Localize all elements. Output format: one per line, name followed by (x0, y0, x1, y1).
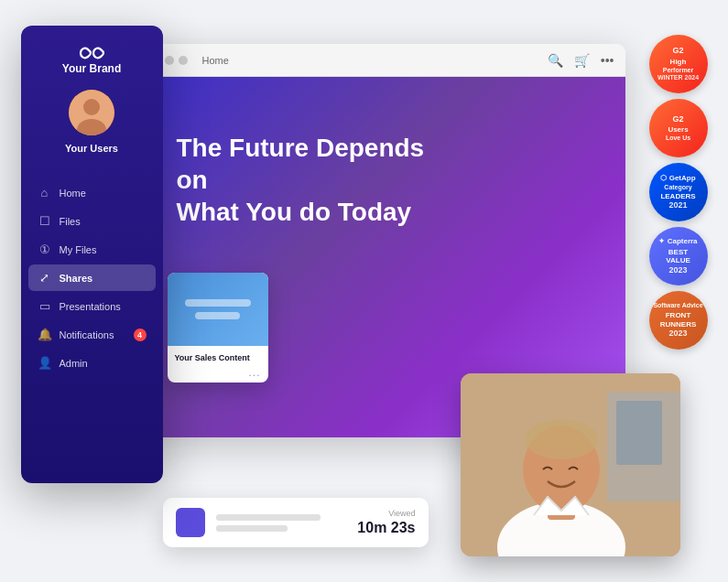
presentations-icon: ▭ (38, 299, 52, 313)
g2-love-icon: G2 (672, 114, 683, 124)
analytics-viewed: Viewed 10m 23s (357, 509, 415, 536)
sidebar-nav: ⌂ Home ☐ Files ① My Files ⤢ Shares ▭ Pre… (21, 179, 163, 376)
sidebar: Your Brand Your Users ⌂ Home ☐ Files (21, 26, 163, 483)
browser-dot-green (179, 56, 188, 65)
sidebar-label-files: Files (60, 216, 81, 227)
sidebar-item-presentations[interactable]: ▭ Presentations (28, 293, 156, 319)
more-icon[interactable]: ••• (601, 53, 614, 68)
g2-high-line2: Performer (663, 67, 693, 74)
analytics-card: Viewed 10m 23s (163, 498, 429, 547)
sa-line1: FRONT (666, 311, 691, 320)
g2-love-line1: Users (668, 125, 688, 135)
getapp-year: 2021 (668, 200, 687, 210)
g2-high-year: WINTER 2024 (657, 74, 699, 81)
person-photo (461, 373, 680, 556)
sidebar-label-admin: Admin (60, 358, 88, 369)
my-files-icon: ① (38, 242, 52, 256)
content-card-body: Your Sales Content ... (168, 346, 268, 383)
files-icon: ☐ (38, 214, 52, 228)
badge-getapp-leaders: ⬡ GetApp Category LEADERS 2021 (649, 163, 708, 221)
analytics-line-2 (216, 525, 288, 532)
getapp-icon: ⬡ GetApp (660, 174, 695, 183)
sidebar-username: Your Users (65, 143, 118, 154)
sidebar-item-my-files[interactable]: ① My Files (28, 236, 156, 263)
analytics-thumbnail (176, 508, 205, 537)
svg-point-1 (83, 99, 100, 115)
svg-point-9 (525, 419, 598, 459)
notifications-icon: 🔔 (38, 328, 52, 341)
getapp-line1: Category (664, 184, 691, 191)
search-icon[interactable]: 🔍 (548, 53, 563, 68)
browser-dot-yellow (165, 56, 174, 65)
sidebar-item-notifications[interactable]: 🔔 Notifications 4 (28, 321, 156, 348)
capterra-icon: ✦ Capterra (658, 237, 697, 246)
viewed-label: Viewed (388, 509, 415, 518)
sidebar-brand: Your Brand (62, 62, 121, 75)
home-icon: ⌂ (38, 186, 52, 199)
sidebar-item-shares[interactable]: ⤢ Shares (28, 264, 156, 291)
sidebar-item-files[interactable]: ☐ Files (28, 208, 156, 234)
capterra-line2: VALUE (666, 256, 690, 265)
sa-year: 2023 (668, 329, 687, 339)
analytics-line-1 (216, 514, 321, 521)
sidebar-label-home: Home (60, 188, 86, 199)
sidebar-item-home[interactable]: ⌂ Home (28, 179, 156, 206)
svg-rect-5 (616, 401, 662, 465)
notification-badge: 4 (134, 329, 147, 341)
content-card-thumbnail (168, 273, 268, 346)
logo (75, 44, 108, 62)
content-card-title: Your Sales Content (175, 353, 261, 362)
browser-icons: 🔍 🛒 ••• (548, 53, 614, 68)
address-bar: Home (202, 55, 540, 66)
sa-line2: RUNNERS (660, 320, 697, 329)
sidebar-label-notifications: Notifications (60, 329, 114, 340)
content-card: Your Sales Content ... (168, 273, 268, 383)
capterra-year: 2023 (668, 265, 687, 275)
scene: Home 🔍 🛒 ••• The Future Depends on What … (21, 26, 708, 556)
badge-software-advice-front-runners: Software Advice FRONT RUNNERS 2023 (649, 291, 708, 350)
capterra-line1: BEST (668, 248, 688, 257)
sidebar-item-admin[interactable]: 👤 Admin (28, 350, 156, 376)
content-card-menu[interactable]: ... (175, 366, 261, 379)
g2-high-line1: High (670, 58, 687, 67)
g2-high-icon: G2 (672, 46, 683, 56)
sidebar-label-my-files: My Files (60, 244, 97, 255)
sidebar-label-presentations: Presentations (60, 301, 121, 312)
avatar (69, 90, 114, 135)
card-line-2 (195, 312, 241, 319)
cart-icon[interactable]: 🛒 (574, 53, 590, 68)
badge-capterra-best-value: ✦ Capterra BEST VALUE 2023 (649, 227, 708, 286)
hero-text: The Future Depends on What You do Today (177, 132, 433, 228)
sidebar-header: Your Brand Your Users (21, 26, 163, 179)
software-advice-icon: Software Advice (653, 302, 702, 309)
admin-icon: 👤 (38, 356, 52, 370)
badge-g2-users-love: G2 Users Love Us (649, 99, 708, 157)
browser-toolbar: Home 🔍 🛒 ••• (140, 44, 625, 77)
badge-g2-high-performer: G2 High Performer WINTER 2024 (649, 35, 708, 93)
card-line-1 (185, 299, 251, 307)
getapp-line2: LEADERS (660, 192, 695, 201)
analytics-lines (216, 514, 347, 532)
badges-column: G2 High Performer WINTER 2024 G2 Users L… (649, 35, 708, 350)
viewed-time: 10m 23s (357, 520, 415, 536)
sidebar-label-shares: Shares (60, 273, 93, 284)
shares-icon: ⤢ (38, 271, 52, 285)
g2-love-line2: Love Us (666, 135, 690, 142)
